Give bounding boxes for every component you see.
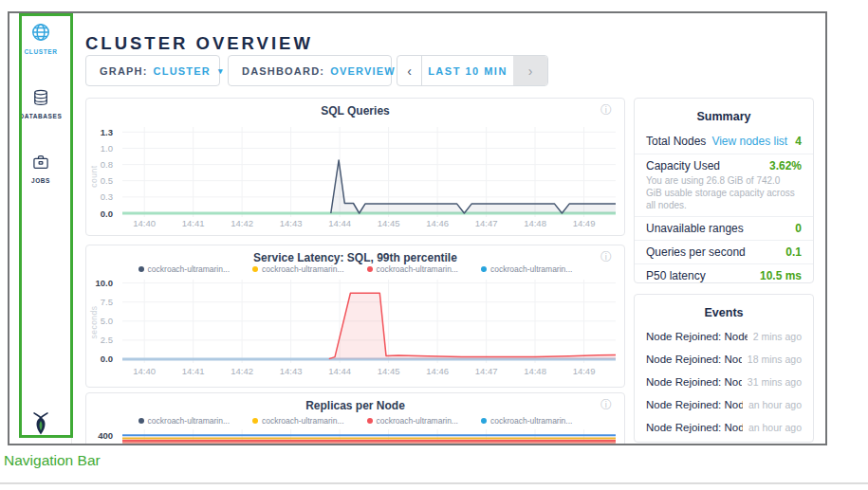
summary-label: Total Nodes [646, 135, 706, 148]
legend-dot-icon [139, 266, 144, 272]
time-next-button[interactable]: › [513, 56, 547, 85]
x-tick: 14:43 [272, 366, 310, 376]
x-tick: 14:41 [175, 366, 212, 376]
chevron-right-icon: › [528, 64, 533, 79]
legend-label: cockroach-ultramarin... [490, 264, 572, 274]
y-tick: 5.0 [86, 316, 113, 326]
y-tick: 0.3 [86, 191, 113, 202]
cockroach-logo[interactable] [9, 411, 72, 442]
dashboard-dropdown[interactable]: DASHBOARD: OVERVIEW ▾ [228, 55, 392, 86]
legend-item[interactable]: cockroach-ultramarin... [139, 416, 230, 426]
x-tick: 14:45 [370, 366, 408, 376]
navigation-bar: CLUSTER DATABASES [9, 13, 72, 444]
event-row[interactable]: Node Rejoined: Node 3 rej... 18 mins ago [635, 348, 813, 371]
summary-row-p50-latency: P50 latency 10.5 ms [635, 263, 813, 283]
summary-label: Unavailable ranges [646, 222, 744, 235]
legend-label: cockroach-ultramarin... [262, 416, 343, 426]
globe-icon [30, 29, 51, 45]
legend-item[interactable]: cockroach-ultramarin... [139, 264, 230, 274]
summary-value: 3.62% [769, 159, 802, 172]
x-tick: 14:45 [370, 218, 408, 228]
summary-value: 10.5 ms [760, 269, 802, 282]
event-time: an hour ago [748, 422, 802, 433]
legend-dot-icon [139, 418, 144, 424]
time-range-button[interactable]: LAST 10 MIN [422, 56, 513, 85]
summary-value: 0 [795, 222, 802, 235]
summary-value: 0.1 [785, 245, 802, 259]
events-panel: Events Node Rejoined: Node 4 rej... 2 mi… [634, 294, 814, 443]
x-tick: 14:47 [468, 218, 506, 228]
sidebar-item-cluster[interactable]: CLUSTER [9, 22, 72, 55]
summary-row-total-nodes: Total NodesView nodes list 4 [635, 127, 813, 154]
x-tick: 14:42 [223, 218, 261, 228]
sidebar-item-label: DATABASES [9, 113, 72, 119]
x-tick: 14:46 [418, 218, 456, 228]
y-tick: 0.8 [86, 159, 113, 170]
legend-item[interactable]: cockroach-ultramarin... [367, 416, 458, 426]
service-latency-chart-card: Service Latency: SQL, 99th percentile ⓘ … [85, 245, 625, 388]
replicas-per-node-chart-card: Replicas per Node ⓘ cockroach-ultramarin… [85, 392, 625, 445]
y-tick: 2.5 [86, 335, 113, 345]
x-tick: 14:49 [565, 218, 603, 228]
sidebar-item-databases[interactable]: DATABASES [9, 88, 72, 119]
legend-item[interactable]: cockroach-ultramarin... [481, 416, 572, 426]
service-latency-plot [122, 280, 616, 363]
legend-dot-icon [481, 418, 487, 424]
graph-dropdown-label: GRAPH: [100, 65, 148, 77]
caret-down-icon: ▾ [218, 66, 224, 76]
event-row[interactable]: Node Rejoined: Node 4 rej... 2 mins ago [635, 325, 813, 348]
legend-dot-icon [367, 266, 373, 272]
legend-label: cockroach-ultramarin... [377, 264, 458, 274]
legend-item[interactable]: cockroach-ultramarin... [252, 416, 343, 426]
event-row[interactable]: Node Rejoined: Node 2 rej... 31 mins ago [635, 371, 813, 393]
sidebar-item-jobs[interactable]: JOBS [9, 153, 72, 184]
x-tick: 14:42 [223, 366, 261, 376]
legend-dot-icon [481, 266, 487, 272]
summary-label: Capacity Used [646, 159, 720, 172]
events-title: Events [635, 295, 813, 319]
y-tick: 0.0 [86, 209, 113, 219]
legend-item[interactable]: cockroach-ultramarin... [367, 264, 458, 274]
chevron-left-icon: ‹ [407, 64, 412, 79]
sql-queries-chart-card: SQL Queries ⓘ count 1.31.00.80.50.30.0 1… [85, 98, 625, 236]
y-tick: 10.0 [86, 278, 113, 288]
briefcase-icon [31, 158, 50, 174]
info-icon[interactable]: ⓘ [600, 399, 612, 410]
page-title: CLUSTER OVERVIEW [85, 33, 313, 54]
legend-item[interactable]: cockroach-ultramarin... [481, 264, 572, 274]
legend-item[interactable]: cockroach-ultramarin... [252, 264, 343, 274]
page: CLUSTER DATABASES [0, 0, 868, 490]
y-tick: 400 [86, 430, 113, 441]
graph-dropdown[interactable]: GRAPH: CLUSTER ▾ [85, 55, 220, 86]
event-row[interactable]: Node Rejoined: Node 1 rej... an hour ago [635, 393, 813, 416]
legend-dot-icon [252, 418, 258, 424]
bottom-divider [0, 482, 868, 484]
legend-label: cockroach-ultramarin... [490, 416, 572, 426]
info-icon[interactable]: ⓘ [600, 104, 612, 116]
summary-title: Summary [635, 99, 813, 123]
view-nodes-list-link[interactable]: View nodes list [711, 135, 787, 148]
y-tick: 1.0 [86, 143, 113, 154]
summary-panel: Summary Total NodesView nodes list 4 Cap… [634, 98, 814, 283]
summary-row-queries-per-second: Queries per second 0.1 [635, 240, 813, 263]
navigation-bar-highlight [19, 13, 73, 438]
legend-label: cockroach-ultramarin... [148, 264, 230, 274]
x-tick: 14:43 [272, 218, 310, 228]
capacity-description: You are using 26.8 GiB of 742.0 GiB usab… [646, 174, 802, 211]
y-tick: 7.5 [86, 297, 113, 307]
sidebar-item-label: CLUSTER [9, 48, 72, 55]
y-tick: 0.5 [86, 175, 113, 186]
legend-label: cockroach-ultramarin... [148, 416, 230, 426]
legend-dot-icon [367, 418, 373, 424]
summary-label: Queries per second [646, 245, 746, 259]
time-prev-button[interactable]: ‹ [397, 56, 422, 85]
graph-dropdown-value: CLUSTER [154, 65, 211, 77]
event-row[interactable]: Node Rejoined: Node 4 rej... an hour ago [635, 416, 813, 439]
event-text: Node Rejoined: Node 4 rej... [646, 422, 743, 433]
sql-queries-plot [122, 127, 616, 217]
annotation-navigation-bar: Navigation Bar [4, 452, 101, 469]
summary-row-capacity-used: Capacity Used 3.62% You are using 26.8 G… [635, 154, 813, 216]
event-time: 31 mins ago [748, 376, 802, 388]
x-tick: 14:48 [516, 218, 554, 228]
info-icon[interactable]: ⓘ [600, 251, 612, 263]
